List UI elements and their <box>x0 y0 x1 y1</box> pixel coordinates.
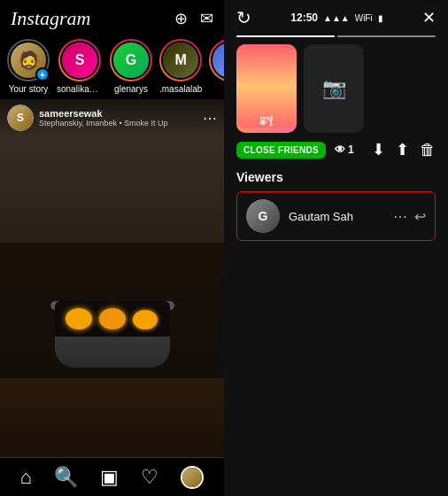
story-label-yours: Your story <box>9 84 49 94</box>
add-story-badge: + <box>35 67 50 81</box>
nav-profile-avatar[interactable] <box>181 466 204 489</box>
story-item-2[interactable]: G glenarys <box>110 39 152 94</box>
story-thumb-content: test 👁 1 <box>260 114 273 122</box>
left-panel: Instagram ⊕ ✉ 🧔 + Your story S sonali <box>0 0 224 496</box>
right-header: ↻ 12:50 ▲▲▲ WiFi ▮ ✕ <box>224 0 448 32</box>
stories-row: 🧔 + Your story S sonalikapuri G glenarys <box>0 34 224 99</box>
story-thumbnail-active[interactable]: test 👁 1 <box>236 44 297 133</box>
share-icon[interactable]: ⬆ <box>396 140 409 159</box>
viewer-avatar-gautam: G <box>246 199 280 233</box>
close-button[interactable]: ✕ <box>422 8 436 27</box>
egg-yolk-2 <box>99 308 126 329</box>
messages-icon[interactable]: ✉ <box>200 9 213 28</box>
view-count-eye: 👁 <box>335 143 345 156</box>
story-label-2: glenarys <box>114 84 148 94</box>
story-thumb-gradient: test 👁 1 <box>236 44 297 128</box>
battery-icon: ▮ <box>378 13 383 23</box>
story-item-yours[interactable]: 🧔 + Your story <box>7 39 50 94</box>
post-username: sameersewak <box>39 108 197 119</box>
viewer-name-gautam: Gautam Sah <box>289 210 384 223</box>
story-ring-4: U <box>209 39 224 81</box>
refresh-icon[interactable]: ↻ <box>236 7 251 28</box>
pot-visual <box>55 301 170 368</box>
download-icon[interactable]: ⬇ <box>372 140 385 159</box>
story-label-1: sonalikapuri <box>57 84 103 94</box>
story-avatar-4: U <box>211 41 224 80</box>
cooking-scene <box>0 99 224 457</box>
viewer-avatar-inner: G <box>246 199 280 233</box>
wifi-icon: WiFi <box>355 13 373 23</box>
action-icons-right: ⬇ ⬆ 🗑 <box>372 140 436 159</box>
story-avatar-3: M <box>161 41 200 80</box>
header-icons: ⊕ ✉ <box>174 9 213 28</box>
post-subtitle: Stephanskiy, Imanbek • Smoke It Up <box>39 119 197 128</box>
signal-icon: ▲▲▲ <box>323 13 350 23</box>
camera-icon: 📷 <box>322 77 346 100</box>
viewer-row-gautam[interactable]: G Gautam Sah ⋯ ↩ <box>236 191 436 241</box>
story-thumbnail-camera[interactable]: 📷 <box>304 44 364 133</box>
add-post-icon[interactable]: ⊕ <box>174 9 188 28</box>
story-item-4[interactable]: U ud <box>209 39 224 94</box>
viewer-count-badge: 👁 1 <box>335 143 354 156</box>
viewers-title: Viewers <box>236 170 436 184</box>
story-item-1[interactable]: S sonalikapuri <box>57 39 103 94</box>
close-friends-badge[interactable]: CLOSE FRIENDS <box>236 142 326 159</box>
cooking-pot-container <box>55 292 170 368</box>
viewer-more-icon[interactable]: ⋯ <box>393 208 407 225</box>
nav-search-icon[interactable]: 🔍 <box>54 466 78 489</box>
story-ring-1: S <box>58 39 101 81</box>
post-avatar: S <box>7 105 34 131</box>
post-menu-icon[interactable]: ⋯ <box>203 110 217 127</box>
nav-home-icon[interactable]: ⌂ <box>20 466 32 489</box>
egg-yolk-3 <box>133 310 158 329</box>
left-header: Instagram ⊕ ✉ <box>0 0 224 34</box>
viewers-section: Viewers G Gautam Sah ⋯ ↩ <box>224 167 448 244</box>
nav-reels-icon[interactable]: ▣ <box>100 466 119 489</box>
feed-post: S sameersewak Stephanskiy, Imanbek • Smo… <box>0 99 224 457</box>
right-header-left: ↻ <box>236 7 251 28</box>
post-header: S sameersewak Stephanskiy, Imanbek • Smo… <box>0 99 224 136</box>
right-time: 12:50 <box>290 12 318 24</box>
viewer-row-icons: ⋯ ↩ <box>393 208 426 225</box>
story-avatar-1: S <box>60 41 99 80</box>
delete-icon[interactable]: 🗑 <box>420 141 436 159</box>
right-header-status: 12:50 ▲▲▲ WiFi ▮ <box>290 12 382 24</box>
pot-body <box>55 301 170 368</box>
story-avatar-2: G <box>112 41 151 80</box>
story-ring-2: G <box>110 39 152 81</box>
story-preview-area: test 👁 1 📷 <box>224 37 448 140</box>
story-actions-row: CLOSE FRIENDS 👁 1 ⬇ ⬆ 🗑 <box>224 140 448 167</box>
right-panel: ↻ 12:50 ▲▲▲ WiFi ▮ ✕ test 👁 1 <box>224 0 448 496</box>
story-label-3: .masalalab <box>159 84 202 94</box>
egg-yolk-1 <box>66 308 92 329</box>
post-user-info: sameersewak Stephanskiy, Imanbek • Smoke… <box>39 108 197 128</box>
instagram-logo: Instagram <box>11 7 90 30</box>
view-count-number: 1 <box>348 143 354 156</box>
viewer-reply-icon[interactable]: ↩ <box>414 208 426 225</box>
story-ring-3: M <box>159 39 202 81</box>
table-surface <box>0 378 224 457</box>
nav-heart-icon[interactable]: ♡ <box>141 466 158 489</box>
eye-icon: 👁 <box>259 120 266 128</box>
your-story-ring: 🧔 + <box>7 39 50 81</box>
post-avatar-inner: S <box>8 105 33 130</box>
story-view-count: 👁 1 <box>259 119 273 128</box>
bottom-nav: ⌂ 🔍 ▣ ♡ <box>0 457 224 496</box>
story-item-3[interactable]: M .masalalab <box>159 39 202 94</box>
